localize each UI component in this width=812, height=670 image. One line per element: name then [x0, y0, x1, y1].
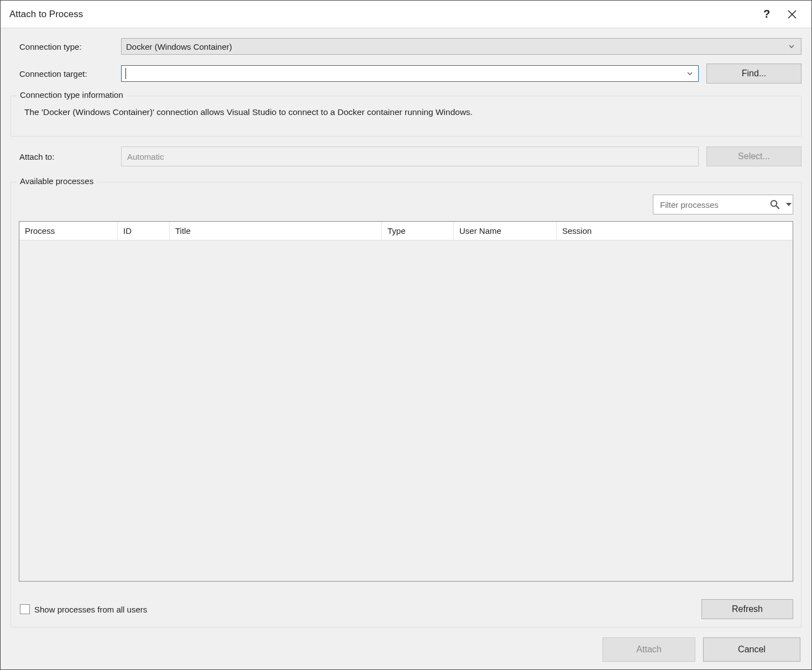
available-processes-title: Available processes: [17, 176, 97, 186]
column-title[interactable]: Title: [170, 222, 382, 240]
help-icon: ?: [763, 8, 770, 20]
close-button[interactable]: [779, 2, 805, 27]
processes-table: Process ID Title Type User Name Session: [19, 221, 793, 582]
filter-processes-box: [653, 195, 793, 214]
attach-button: Attach: [603, 637, 695, 662]
svg-point-2: [771, 201, 777, 206]
connection-target-label: Connection target:: [11, 69, 121, 78]
connection-type-row: Connection type: Docker (Windows Contain…: [11, 38, 801, 55]
connection-type-info-group: Connection type information The 'Docker …: [11, 96, 801, 137]
dialog-body: Connection type: Docker (Windows Contain…: [1, 28, 811, 669]
dialog-footer: Attach Cancel: [11, 637, 801, 662]
titlebar: Attach to Process ?: [1, 1, 811, 28]
connection-type-info-text: The 'Docker (Windows Container)' connect…: [19, 104, 793, 118]
column-process[interactable]: Process: [19, 222, 118, 240]
attach-to-label: Attach to:: [11, 152, 121, 161]
below-table-row: Show processes from all users Refresh: [19, 599, 793, 619]
connection-type-info-title: Connection type information: [17, 90, 127, 100]
filter-row: [19, 195, 793, 214]
select-button: Select...: [706, 146, 801, 166]
find-button-label: Find...: [742, 69, 766, 78]
column-type[interactable]: Type: [382, 222, 454, 240]
filter-dropdown-arrow[interactable]: [784, 202, 792, 207]
attach-to-value: Automatic: [127, 152, 164, 161]
search-icon[interactable]: [769, 199, 780, 210]
svg-line-1: [788, 11, 796, 18]
checkbox-box: [20, 604, 30, 614]
show-all-users-label: Show processes from all users: [34, 605, 147, 614]
connection-target-input-wrapper: [121, 65, 699, 82]
refresh-button-label: Refresh: [732, 604, 763, 614]
find-button[interactable]: Find...: [706, 64, 801, 83]
filter-processes-input[interactable]: [659, 200, 766, 210]
column-user[interactable]: User Name: [454, 222, 557, 240]
column-id[interactable]: ID: [118, 222, 170, 240]
chevron-down-icon[interactable]: [685, 69, 695, 78]
connection-target-input[interactable]: [126, 69, 685, 79]
connection-target-row: Connection target: Find...: [11, 64, 801, 83]
attach-to-field: Automatic: [121, 146, 699, 166]
show-all-users-checkbox[interactable]: Show processes from all users: [19, 604, 147, 614]
svg-line-3: [776, 206, 779, 208]
select-button-label: Select...: [738, 151, 770, 161]
svg-marker-4: [786, 203, 792, 206]
available-processes-group: Available processes: [11, 182, 801, 627]
attach-to-process-dialog: Attach to Process ? Connection type: Doc…: [0, 0, 812, 670]
attach-button-label: Attach: [636, 645, 661, 655]
connection-type-label: Connection type:: [11, 42, 121, 51]
chevron-down-icon: [787, 41, 797, 51]
cancel-button-label: Cancel: [738, 645, 766, 655]
column-session[interactable]: Session: [557, 222, 793, 240]
table-body-empty: [19, 240, 793, 581]
connection-type-dropdown[interactable]: Docker (Windows Container): [121, 38, 801, 55]
close-icon: [788, 10, 797, 19]
connection-type-value: Docker (Windows Container): [126, 42, 787, 51]
help-button[interactable]: ?: [754, 2, 779, 27]
attach-to-row: Attach to: Automatic Select...: [11, 146, 801, 166]
cancel-button[interactable]: Cancel: [703, 637, 800, 662]
table-header: Process ID Title Type User Name Session: [19, 222, 793, 240]
svg-line-0: [788, 11, 796, 18]
window-title: Attach to Process: [9, 9, 754, 20]
refresh-button[interactable]: Refresh: [701, 599, 793, 619]
